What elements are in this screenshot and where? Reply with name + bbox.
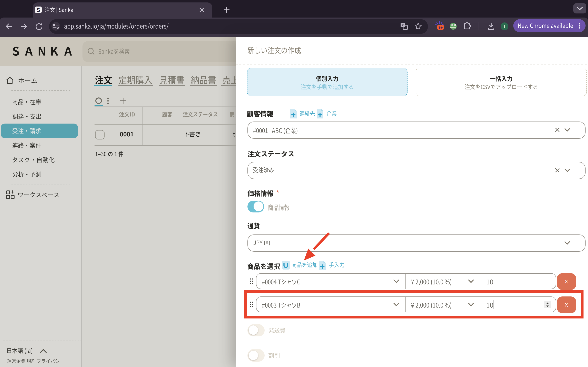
svg-text:9+: 9+ [439,25,443,30]
svg-text:X: X [565,279,568,284]
svg-text:X: X [565,302,568,308]
svg-text:S: S [37,7,40,13]
svg-text:I: I [504,24,505,29]
